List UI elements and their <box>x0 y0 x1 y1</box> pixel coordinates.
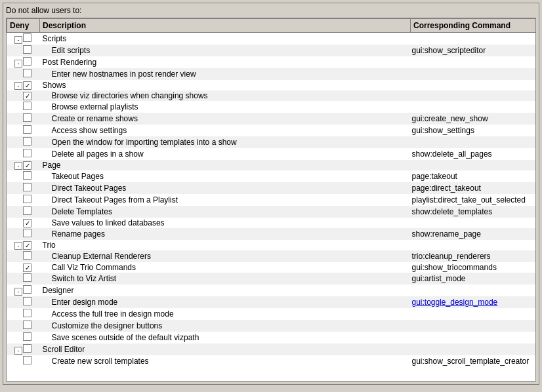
deny-checkbox[interactable] <box>23 102 31 110</box>
row-label: Delete all pages in a show <box>52 149 144 159</box>
command-link[interactable]: gui:toggle_design_mode <box>412 298 498 307</box>
tree-toggle[interactable]: - <box>14 82 22 90</box>
command-cell <box>411 160 537 170</box>
deny-checkbox[interactable] <box>23 264 31 272</box>
permissions-table-container: Deny Description Corresponding Command -… <box>6 18 536 382</box>
command-cell <box>411 332 537 343</box>
row-label: Call Viz Trio Commands <box>52 263 136 272</box>
row-label: Switch to Viz Artist <box>52 274 116 283</box>
deny-checkbox[interactable] <box>23 57 31 66</box>
row-label: Save scenes outside of the default vizpa… <box>52 333 199 342</box>
deny-checkbox[interactable] <box>23 321 31 329</box>
command-cell <box>411 284 537 296</box>
row-label: Edit scripts <box>52 46 91 55</box>
row-label: Trio <box>43 241 56 250</box>
deny-checkbox[interactable] <box>23 33 31 42</box>
tree-toggle[interactable]: - <box>14 60 22 68</box>
deny-checkbox[interactable] <box>23 149 31 157</box>
table-row: Cleanup External Rendererstrio:cleanup_r… <box>7 250 537 262</box>
table-row: Browse external playlists <box>7 101 537 113</box>
deny-checkbox[interactable] <box>23 332 31 341</box>
deny-cell <box>7 273 40 284</box>
deny-checkbox[interactable] <box>23 81 31 90</box>
row-label: Designer <box>43 286 74 295</box>
deny-cell <box>7 296 40 308</box>
tree-toggle[interactable]: - <box>14 36 22 44</box>
tree-toggle[interactable]: - <box>14 242 22 250</box>
deny-checkbox[interactable] <box>23 69 31 77</box>
deny-checkbox[interactable] <box>23 206 31 215</box>
table-row: -Page <box>7 160 537 170</box>
deny-checkbox[interactable] <box>23 171 31 180</box>
table-row: Save scenes outside of the default vizpa… <box>7 332 537 343</box>
table-row: Create or rename showsgui:create_new_sho… <box>7 113 537 125</box>
table-row: Access the full tree in design mode <box>7 308 537 320</box>
tree-toggle[interactable]: - <box>14 288 22 296</box>
deny-checkbox[interactable] <box>23 113 31 122</box>
table-row: Browse viz directories when changing sho… <box>7 90 537 101</box>
deny-checkbox[interactable] <box>23 241 31 250</box>
command-cell: gui:show_settings <box>411 125 537 136</box>
deny-cell <box>7 218 40 228</box>
table-row: -Designer <box>7 284 537 296</box>
deny-cell <box>7 228 40 240</box>
deny-checkbox[interactable] <box>23 195 31 203</box>
row-label: Access show settings <box>52 126 127 135</box>
deny-checkbox[interactable] <box>23 344 31 353</box>
col-description: Description <box>40 19 411 33</box>
deny-cell <box>7 170 40 182</box>
deny-checkbox[interactable] <box>23 219 31 227</box>
table-row: Create new scroll templatesgui:show_scro… <box>7 355 537 367</box>
deny-checkbox[interactable] <box>23 92 31 100</box>
description-cell: Create new scroll templates <box>40 355 411 367</box>
table-row: Access show settingsgui:show_settings <box>7 125 537 136</box>
table-row: Enter design modegui:toggle_design_mode <box>7 296 537 308</box>
deny-checkbox[interactable] <box>23 356 31 364</box>
description-cell: Page <box>40 160 411 170</box>
deny-checkbox[interactable] <box>23 297 31 305</box>
description-cell: Create or rename shows <box>40 113 411 125</box>
row-label: Scroll Editor <box>43 345 85 354</box>
row-label: Save values to linked databases <box>52 218 165 227</box>
table-row: Delete Templatesshow:delete_templates <box>7 206 537 218</box>
row-label: Create new scroll templates <box>52 357 149 366</box>
command-cell: gui:show_triocommands <box>411 262 537 273</box>
table-row: Rename pagesshow:rename_page <box>7 228 537 240</box>
deny-cell: - <box>7 343 40 355</box>
tree-toggle[interactable]: - <box>14 162 22 170</box>
command-cell: page:direct_takeout <box>411 182 537 194</box>
description-cell: Scripts <box>40 33 411 45</box>
command-cell <box>411 218 537 228</box>
command-cell <box>411 101 537 113</box>
deny-cell <box>7 206 40 218</box>
row-label: Shows <box>43 81 66 90</box>
command-cell: page:takeout <box>411 170 537 182</box>
deny-checkbox[interactable] <box>23 285 31 294</box>
deny-checkbox[interactable] <box>23 273 31 282</box>
row-label: Enter design mode <box>52 298 118 307</box>
deny-checkbox[interactable] <box>23 229 31 237</box>
row-label: Direct Takeout Pages from a Playlist <box>52 195 178 205</box>
table-row: -Trio <box>7 240 537 250</box>
command-cell: gui:toggle_design_mode <box>411 296 537 308</box>
command-cell: gui:artist_mode <box>411 273 537 284</box>
header-label: Do not allow users to: <box>6 6 536 15</box>
deny-checkbox[interactable] <box>23 137 31 146</box>
deny-cell <box>7 194 40 206</box>
command-cell <box>411 33 537 45</box>
deny-checkbox[interactable] <box>23 251 31 260</box>
deny-checkbox[interactable] <box>23 161 31 170</box>
permissions-container: Do not allow users to: Deny Description … <box>3 3 539 385</box>
deny-checkbox[interactable] <box>23 125 31 134</box>
deny-checkbox[interactable] <box>23 183 31 191</box>
tree-toggle[interactable]: - <box>14 347 22 355</box>
description-cell: Enter design mode <box>40 296 411 308</box>
table-row: Edit scriptsgui:show_scripteditor <box>7 45 537 56</box>
deny-checkbox[interactable] <box>23 45 31 54</box>
row-label: Customize the designer buttons <box>52 321 163 330</box>
command-cell <box>411 343 537 355</box>
command-cell: gui:show_scripteditor <box>411 45 537 56</box>
deny-checkbox[interactable] <box>23 309 31 317</box>
description-cell: Trio <box>40 240 411 250</box>
table-row: Direct Takeout Pagespage:direct_takeout <box>7 182 537 194</box>
